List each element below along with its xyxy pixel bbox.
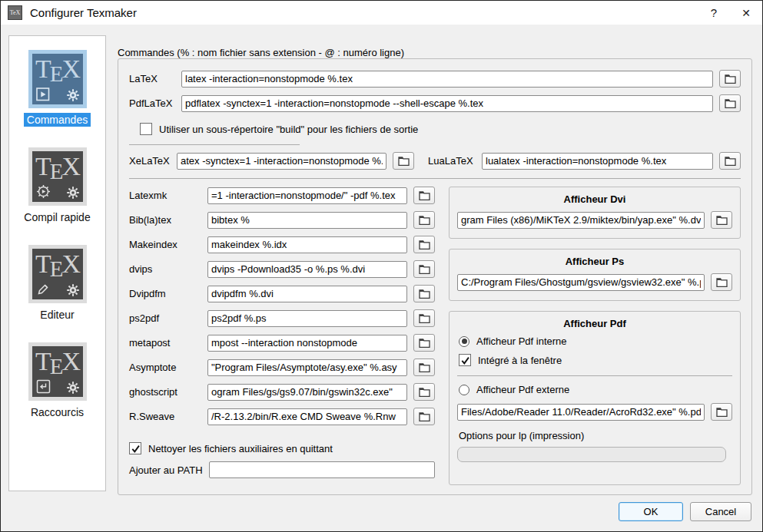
dvi-viewer-title: Afficheur Dvi	[457, 193, 732, 205]
pdflatex-label: PdfLaTeX	[129, 97, 181, 109]
dvipdfm-command-input[interactable]	[207, 286, 407, 302]
pdf-embedded-label: Intégré à la fenêtre	[478, 355, 562, 366]
dvipdfm-label: Dvipdfm	[129, 288, 207, 299]
ps2pdf-command-input[interactable]	[207, 310, 407, 327]
xelatex-command-input[interactable]	[177, 153, 386, 170]
folder-icon	[725, 98, 736, 108]
pdf-external-viewer-input[interactable]	[457, 404, 705, 421]
ps-viewer-browse-button[interactable]	[711, 273, 732, 291]
cancel-button[interactable]: Cancel	[690, 502, 751, 521]
sidebar-item-editeur[interactable]: TEX Editeur	[28, 245, 87, 322]
asymptote-command-input[interactable]	[207, 359, 407, 376]
gear-play-icon	[36, 184, 51, 199]
lp-options-input	[457, 447, 726, 462]
folder-icon	[419, 411, 430, 421]
metapost-browse-button[interactable]	[413, 334, 435, 352]
folder-icon	[419, 362, 430, 372]
sidebar-label-raccourcis: Raccourcis	[28, 405, 87, 419]
pdf-internal-radio[interactable]	[459, 336, 469, 347]
pdflatex-command-input[interactable]	[181, 95, 713, 112]
folder-icon	[419, 190, 430, 200]
folder-icon	[419, 338, 430, 348]
pdf-viewer-title: Afficheur Pdf	[457, 318, 732, 329]
folder-icon	[716, 277, 728, 287]
build-subdir-checkbox[interactable]	[140, 123, 152, 135]
ps2pdf-label: ps2pdf	[129, 312, 207, 324]
category-sidebar: TEX Commandes TEX	[8, 35, 106, 491]
folder-icon	[398, 156, 410, 166]
sidebar-item-commandes[interactable]: TEX Commandes	[24, 50, 91, 127]
latexmk-browse-button[interactable]	[413, 187, 435, 204]
latex-command-input[interactable]	[181, 71, 713, 88]
pdf-viewer-groupbox: Afficheur Pdf Afficheur Pdf interne Inté…	[449, 311, 741, 485]
folder-icon	[716, 407, 728, 417]
latexmk-label: Latexmk	[129, 190, 207, 201]
checkmark-icon	[131, 444, 141, 454]
gear-icon	[67, 187, 79, 199]
window-title: Configurer Texmaker	[30, 6, 137, 19]
asymptote-browse-button[interactable]	[413, 359, 435, 376]
pdf-external-radio[interactable]	[459, 385, 469, 395]
compil-rapide-tex-icon: TEX	[28, 147, 87, 206]
commands-header: Commandes (% : nom fichier sans extensio…	[118, 47, 752, 58]
rsweave-command-input[interactable]	[207, 408, 407, 425]
sidebar-item-raccourcis[interactable]: TEX Raccourcis	[28, 342, 87, 419]
sidebar-label-compil-rapide: Compil rapide	[21, 210, 93, 224]
gear-icon	[67, 284, 79, 296]
ghostscript-command-input[interactable]	[207, 384, 407, 401]
latexmk-command-input[interactable]	[207, 187, 407, 204]
folder-icon	[419, 264, 430, 274]
cleanup-checkbox[interactable]	[129, 442, 141, 454]
build-subdir-label: Utiliser un sous-répertoire "build" pour…	[159, 124, 418, 135]
ps-viewer-groupbox: Afficheur Ps	[449, 249, 741, 301]
help-button[interactable]: ?	[698, 1, 730, 25]
lualatex-command-input[interactable]	[482, 153, 713, 170]
pdf-external-label: Afficheur Pdf externe	[476, 384, 569, 395]
lp-options-label: Options pour lp (impression)	[457, 430, 732, 441]
dvi-viewer-input[interactable]	[457, 212, 705, 229]
pdf-embedded-checkbox[interactable]	[459, 354, 471, 366]
ok-button[interactable]: OK	[619, 502, 683, 521]
raccourcis-tex-icon: TEX	[28, 342, 87, 401]
sidebar-label-editeur: Editeur	[37, 308, 77, 322]
ps2pdf-browse-button[interactable]	[413, 309, 435, 327]
lualatex-browse-button[interactable]	[719, 152, 741, 170]
metapost-label: metapost	[129, 337, 207, 349]
commandes-tex-icon: TEX	[28, 50, 87, 108]
ps-viewer-title: Afficheur Ps	[457, 256, 732, 267]
lualatex-label: LuaLaTeX	[428, 155, 482, 167]
makeindex-browse-button[interactable]	[413, 236, 435, 253]
sidebar-label-commandes: Commandes	[24, 113, 91, 127]
folder-icon	[419, 313, 430, 323]
folder-icon	[419, 240, 430, 249]
bibtex-command-input[interactable]	[207, 212, 407, 229]
sidebar-item-compil-rapide[interactable]: TEX Compil rapide	[21, 147, 93, 224]
ps-viewer-input[interactable]	[457, 274, 705, 291]
close-button[interactable]: ✕	[730, 1, 762, 25]
ghostscript-browse-button[interactable]	[413, 383, 435, 401]
folder-icon	[716, 215, 728, 225]
metapost-command-input[interactable]	[207, 335, 407, 352]
makeindex-command-input[interactable]	[207, 236, 407, 253]
latex-browse-button[interactable]	[719, 70, 741, 88]
dvi-viewer-browse-button[interactable]	[711, 211, 732, 229]
play-square-icon	[36, 88, 50, 101]
pdflatex-browse-button[interactable]	[719, 94, 741, 112]
dvips-label: dvips	[129, 263, 207, 275]
latex-label: LaTeX	[129, 73, 181, 84]
folder-icon	[419, 387, 430, 397]
titlebar: TeX Configurer Texmaker ? ✕	[1, 1, 762, 25]
dvips-command-input[interactable]	[207, 261, 407, 278]
cleanup-label: Nettoyer les fichiers auxiliaires en qui…	[148, 443, 333, 454]
pdf-external-browse-button[interactable]	[711, 403, 732, 421]
dvi-viewer-groupbox: Afficheur Dvi	[449, 187, 741, 239]
dvipdfm-browse-button[interactable]	[413, 285, 435, 302]
rsweave-label: R.Sweave	[129, 411, 207, 422]
dvips-browse-button[interactable]	[413, 260, 435, 278]
commands-page: Commandes (% : nom fichier sans extensio…	[118, 47, 752, 481]
xelatex-browse-button[interactable]	[393, 152, 414, 170]
add-path-input[interactable]	[209, 461, 435, 478]
folder-icon	[725, 74, 736, 84]
bibtex-browse-button[interactable]	[413, 211, 435, 229]
rsweave-browse-button[interactable]	[413, 408, 435, 425]
